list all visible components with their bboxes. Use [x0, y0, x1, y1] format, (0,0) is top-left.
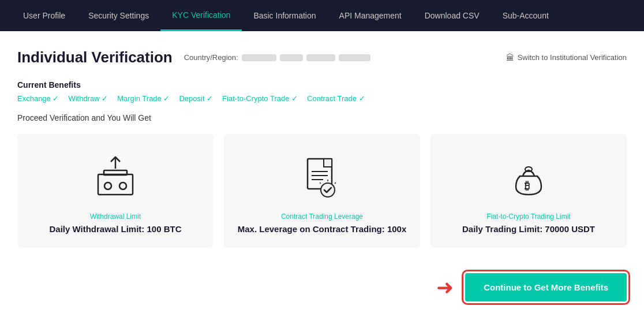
benefit-deposit: Deposit ✓ [179, 94, 213, 103]
withdrawal-icon-area [87, 151, 144, 203]
fiat-icon-area: ₿ [500, 151, 557, 203]
switch-institutional-label: Switch to Institutional Verification [518, 53, 627, 62]
contract-card-subtitle: Contract Trading Leverage [281, 213, 363, 221]
svg-line-12 [320, 182, 321, 184]
svg-rect-3 [104, 170, 127, 175]
nav-item-basic-information[interactable]: Basic Information [242, 0, 327, 31]
contract-card: Contract Trading Leverage Max. Leverage … [224, 134, 420, 248]
bank-icon: 🏛 [506, 53, 514, 62]
withdrawal-card-main: Daily Withdrawal Limit: 100 BTC [49, 224, 181, 234]
nav-item-security-settings[interactable]: Security Settings [77, 0, 160, 31]
switch-institutional-button[interactable]: 🏛 Switch to Institutional Verification [506, 53, 627, 62]
navigation-bar: User Profile Security Settings KYC Verif… [0, 0, 644, 31]
bottom-row: ➜ Continue to Get More Benefits [17, 264, 627, 313]
svg-rect-0 [98, 174, 133, 195]
benefit-withdraw: Withdraw ✓ [68, 94, 108, 103]
country-blur-1 [242, 54, 276, 61]
arrow-right-icon: ➜ [436, 277, 454, 298]
current-benefits-heading: Current Benefits [17, 80, 627, 90]
fiat-card-subtitle: Fiat-to-Crypto Trading Limit [486, 213, 570, 221]
main-content: Individual Verification Country/Region: … [0, 31, 644, 313]
contract-icon [299, 154, 345, 200]
nav-item-kyc-verification[interactable]: KYC Verification [160, 0, 242, 31]
header-row: Individual Verification Country/Region: … [17, 49, 627, 66]
cards-row: Withdrawal Limit Daily Withdrawal Limit:… [17, 134, 627, 248]
country-blur-4 [339, 54, 370, 61]
page-title: Individual Verification [17, 49, 173, 66]
benefit-contract-trade: Contract Trade ✓ [307, 94, 365, 103]
svg-line-11 [335, 182, 336, 184]
nav-item-sub-account[interactable]: Sub-Account [491, 0, 560, 31]
country-blur-2 [280, 54, 303, 61]
continue-button[interactable]: Continue to Get More Benefits [465, 273, 627, 301]
svg-point-9 [321, 183, 335, 197]
proceed-text: Proceed Verification and You Will Get [17, 113, 627, 122]
header-left: Individual Verification Country/Region: [17, 49, 370, 66]
benefits-list: Exchange ✓ Withdraw ✓ Margin Trade ✓ Dep… [17, 94, 627, 103]
withdrawal-card-subtitle: Withdrawal Limit [90, 213, 141, 221]
svg-text:₿: ₿ [525, 180, 530, 192]
nav-item-download-csv[interactable]: Download CSV [413, 0, 491, 31]
fiat-card-main: Daily Trading Limit: 70000 USDT [462, 224, 595, 234]
arrow-container: ➜ [436, 277, 454, 298]
benefit-fiat-to-crypto: Fiat-to-Crypto Trade ✓ [222, 94, 298, 103]
country-blur-3 [306, 54, 335, 61]
fiat-icon: ₿ [506, 154, 552, 200]
svg-point-2 [119, 182, 126, 189]
fiat-card: ₿ Fiat-to-Crypto Trading Limit Daily Tra… [430, 134, 627, 248]
benefit-margin-trade: Margin Trade ✓ [117, 94, 170, 103]
svg-point-1 [104, 182, 111, 189]
nav-item-api-management[interactable]: API Management [328, 0, 413, 31]
withdrawal-card: Withdrawal Limit Daily Withdrawal Limit:… [17, 134, 214, 248]
country-label: Country/Region: [184, 53, 238, 62]
contract-icon-area [293, 151, 351, 203]
nav-item-user-profile[interactable]: User Profile [12, 0, 77, 31]
benefit-exchange: Exchange ✓ [17, 94, 59, 103]
contract-card-main: Max. Leverage on Contract Trading: 100x [238, 224, 407, 234]
withdrawal-icon [92, 154, 138, 200]
country-region: Country/Region: [184, 53, 370, 62]
